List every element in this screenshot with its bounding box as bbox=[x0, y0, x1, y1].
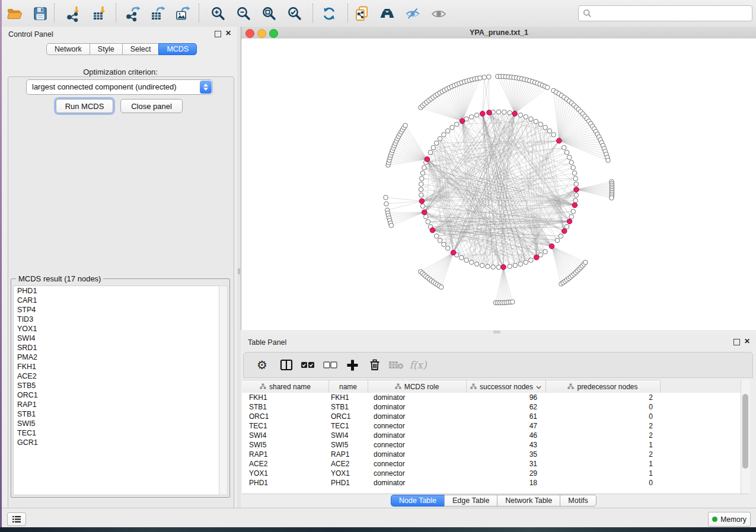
table-row[interactable]: TEC1TEC1connector472 bbox=[242, 421, 741, 431]
table-cell: connector bbox=[374, 440, 462, 450]
table-row[interactable]: ORC1ORC1dominator610 bbox=[242, 412, 741, 421]
search-input[interactable] bbox=[592, 7, 752, 20]
table-cell: SWI5 bbox=[331, 440, 366, 450]
float-table-panel-icon[interactable] bbox=[733, 339, 740, 345]
show-all-icon[interactable] bbox=[430, 5, 448, 23]
close-table-panel-icon[interactable]: ✕ bbox=[744, 339, 750, 344]
table-row[interactable]: PHD1PHD1dominator180 bbox=[242, 478, 741, 488]
close-panel-button[interactable]: Close panel bbox=[120, 99, 183, 113]
control-panel: Control Panel ✕ NetworkStyleSelectMCDS O… bbox=[2, 27, 237, 508]
table-row[interactable]: SWI5SWI5connector431 bbox=[242, 440, 741, 450]
table-cell: dominator bbox=[374, 393, 462, 402]
column-header-shared-name[interactable]: shared name bbox=[242, 380, 329, 393]
search-icon bbox=[583, 9, 592, 18]
table-tab-node-table[interactable]: Node Table bbox=[391, 495, 445, 507]
shared-column-icon bbox=[567, 383, 574, 391]
save-session-icon[interactable] bbox=[31, 5, 49, 23]
mcds-node-item[interactable]: GCR1 bbox=[14, 438, 219, 447]
table-row[interactable]: FKH1FKH1dominator962 bbox=[242, 393, 741, 402]
table-tab-edge-table[interactable]: Edge Table bbox=[444, 495, 497, 507]
dropdown-stepper-icon bbox=[200, 81, 212, 94]
deselect-all-columns-icon[interactable] bbox=[321, 355, 340, 374]
export-network-icon[interactable] bbox=[124, 5, 142, 23]
network-canvas[interactable] bbox=[241, 39, 756, 330]
criterion-dropdown[interactable]: largest connected component (undirected) bbox=[26, 79, 213, 95]
mcds-node-item[interactable]: FKH1 bbox=[14, 362, 219, 371]
export-table-icon[interactable] bbox=[149, 5, 167, 23]
mcds-node-item[interactable]: CAR1 bbox=[14, 296, 219, 305]
import-table-icon[interactable] bbox=[91, 5, 109, 23]
table-cell: 1 bbox=[546, 459, 653, 469]
table-cell: FKH1 bbox=[249, 393, 325, 402]
close-panel-icon[interactable]: ✕ bbox=[225, 31, 231, 36]
network-view-window: YPA_prune.txt_1 bbox=[241, 27, 756, 330]
mcds-node-item[interactable]: STB1 bbox=[14, 409, 219, 419]
table-scrollbar-thumb[interactable] bbox=[742, 394, 748, 469]
table-tab-motifs[interactable]: Motifs bbox=[560, 495, 596, 507]
mcds-node-item[interactable]: PHD1 bbox=[14, 286, 219, 296]
table-tab-network-table[interactable]: Network Table bbox=[497, 495, 560, 507]
apply-layout-icon[interactable] bbox=[320, 5, 338, 23]
run-mcds-button[interactable]: Run MCDS bbox=[56, 99, 113, 113]
table-cell: connector bbox=[374, 421, 462, 431]
mcds-node-item[interactable]: PMA2 bbox=[14, 352, 219, 362]
task-history-button[interactable] bbox=[7, 512, 26, 526]
mcds-node-item[interactable]: TID3 bbox=[14, 315, 219, 324]
open-session-icon[interactable] bbox=[5, 5, 23, 23]
minimize-window-icon[interactable] bbox=[257, 29, 266, 38]
horizontal-splitter-grip[interactable] bbox=[493, 331, 500, 334]
memory-button[interactable]: Memory bbox=[708, 512, 751, 527]
table-row[interactable]: YOX1YOX1connector291 bbox=[242, 469, 741, 478]
column-header-successor-nodes[interactable]: successor nodes bbox=[466, 380, 546, 393]
table-row[interactable]: SWI4SWI4dominator462 bbox=[242, 431, 741, 440]
mcds-node-item[interactable]: STB5 bbox=[14, 381, 219, 390]
show-column-panel-icon[interactable] bbox=[277, 355, 296, 374]
mcds-node-item[interactable]: SRD1 bbox=[14, 343, 219, 352]
splitter-grip[interactable] bbox=[238, 268, 240, 274]
mcds-list-scrollbar[interactable] bbox=[219, 286, 228, 495]
mcds-node-item[interactable]: SWI5 bbox=[14, 419, 219, 428]
mcds-node-item[interactable]: ORC1 bbox=[14, 390, 219, 400]
node-table[interactable]: FKH1FKH1dominator962STB1STB1dominator620… bbox=[242, 393, 741, 493]
hide-selected-icon[interactable] bbox=[404, 5, 422, 23]
select-all-columns-icon[interactable] bbox=[298, 355, 317, 374]
main-toolbar bbox=[2, 0, 756, 27]
mcds-node-item[interactable]: STP4 bbox=[14, 305, 219, 315]
column-header-predecessor-nodes[interactable]: predecessor nodes bbox=[546, 380, 661, 393]
delete-table-icon bbox=[387, 355, 406, 374]
zoom-fit-icon[interactable] bbox=[260, 5, 278, 23]
zoom-out-icon[interactable] bbox=[235, 5, 253, 23]
table-cell: 1 bbox=[546, 440, 653, 450]
import-network-icon[interactable] bbox=[65, 5, 82, 23]
export-image-icon[interactable] bbox=[174, 5, 192, 23]
add-column-icon[interactable] bbox=[343, 355, 362, 374]
mcds-result-list[interactable]: PHD1CAR1STP4TID3YOX1SWI4SRD1PMA2FKH1ACE2… bbox=[13, 286, 220, 495]
mcds-node-item[interactable]: YOX1 bbox=[14, 324, 219, 334]
table-row[interactable]: ACE2ACE2connector311 bbox=[242, 459, 741, 469]
tab-mcds[interactable]: MCDS bbox=[158, 43, 197, 55]
zoom-selected-icon[interactable] bbox=[286, 5, 304, 23]
mcds-node-item[interactable]: RAP1 bbox=[14, 400, 219, 409]
column-header-MCDS-role[interactable]: MCDS role bbox=[368, 380, 467, 393]
tab-style[interactable]: Style bbox=[90, 43, 123, 55]
float-panel-icon[interactable] bbox=[215, 31, 221, 37]
zoom-in-icon[interactable] bbox=[209, 5, 227, 23]
network-from-file-icon[interactable] bbox=[353, 5, 371, 23]
delete-column-icon[interactable] bbox=[365, 355, 384, 374]
table-row[interactable]: RAP1RAP1dominator352 bbox=[242, 450, 741, 459]
tab-network[interactable]: Network bbox=[46, 43, 90, 55]
mcds-node-item[interactable]: ACE2 bbox=[14, 371, 219, 381]
column-header-label: predecessor nodes bbox=[577, 383, 637, 391]
mcds-node-item[interactable]: SWI4 bbox=[14, 334, 219, 343]
column-header-name[interactable]: name bbox=[328, 380, 368, 393]
tab-select[interactable]: Select bbox=[122, 43, 160, 55]
table-scrollbar[interactable] bbox=[741, 380, 750, 493]
close-window-icon[interactable] bbox=[245, 29, 254, 38]
maximize-window-icon[interactable] bbox=[269, 29, 278, 38]
first-neighbors-icon[interactable] bbox=[378, 5, 396, 23]
network-titlebar[interactable]: YPA_prune.txt_1 bbox=[241, 27, 756, 39]
table-settings-icon[interactable]: ⚙ bbox=[253, 355, 272, 374]
table-row[interactable]: STB1STB1dominator620 bbox=[242, 402, 741, 412]
table-cell: 46 bbox=[466, 431, 537, 440]
mcds-node-item[interactable]: TEC1 bbox=[14, 428, 219, 438]
